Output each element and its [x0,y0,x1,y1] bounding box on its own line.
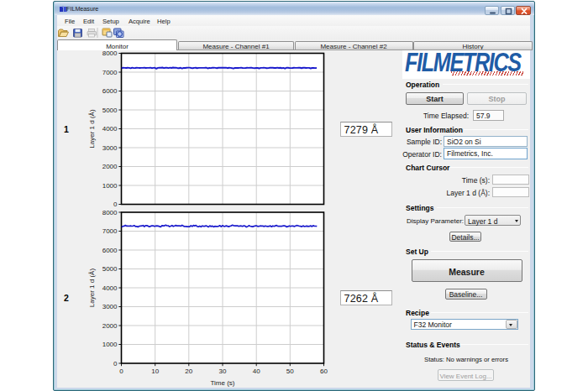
svg-text:7000: 7000 [102,69,118,76]
svg-text:5000: 5000 [102,107,118,114]
svg-text:30: 30 [219,368,227,375]
svg-text:4000: 4000 [102,125,118,133]
svg-text:Layer 1 d (Å): Layer 1 d (Å) [88,268,96,308]
svg-text:0: 0 [113,201,118,208]
svg-text:20: 20 [185,368,192,375]
svg-text:1: 1 [64,124,69,134]
svg-text:7000: 7000 [102,227,118,235]
svg-text:0: 0 [119,368,123,375]
svg-text:8000: 8000 [102,209,118,216]
svg-text:6000: 6000 [102,247,118,254]
svg-text:2000: 2000 [102,163,118,170]
svg-text:1000: 1000 [102,341,118,348]
svg-text:5000: 5000 [102,265,118,273]
svg-text:6000: 6000 [102,87,118,95]
svg-text:60: 60 [320,368,328,375]
svg-text:4000: 4000 [102,284,118,292]
svg-text:1000: 1000 [102,182,118,190]
svg-text:Layer 1 d (Å): Layer 1 d (Å) [88,109,96,149]
svg-text:10: 10 [151,368,159,375]
svg-text:Time (s): Time (s) [210,379,234,387]
svg-text:40: 40 [253,368,260,375]
svg-text:50: 50 [286,368,294,375]
svg-text:3000: 3000 [102,303,118,310]
svg-text:2: 2 [64,293,69,303]
svg-text:2000: 2000 [102,322,118,330]
svg-text:3000: 3000 [102,144,118,152]
svg-text:8000: 8000 [102,50,118,57]
svg-text:0: 0 [113,360,118,368]
